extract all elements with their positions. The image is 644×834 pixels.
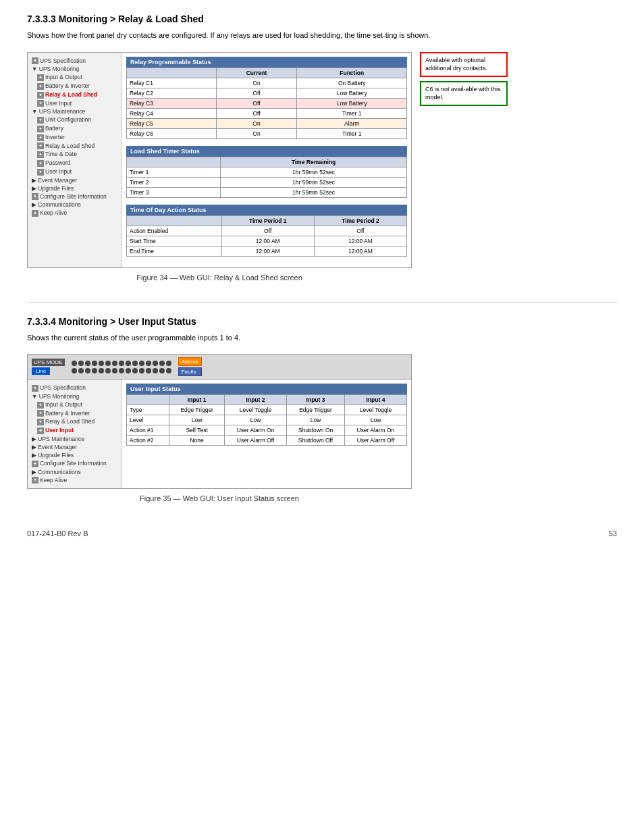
main-content-2: User Input Status Input 1 Input 2 Input … xyxy=(122,380,411,488)
dot xyxy=(119,368,124,373)
sidebar-item[interactable]: ✦Relay & Load Shed xyxy=(30,90,119,99)
sidebar-nav-icon: ✦ xyxy=(32,193,38,200)
ups-mode-label: UPS MODE xyxy=(32,359,65,366)
sidebar-item[interactable]: ✦Inverter xyxy=(30,133,119,142)
ui-v1: Self Test xyxy=(169,425,225,436)
dots-row-1 xyxy=(72,361,171,366)
sidebar-item[interactable]: ▶ Event Manager xyxy=(30,443,119,451)
sidebar-item-label: Relay & Load Shed xyxy=(45,91,97,98)
sidebar-item[interactable]: ✦Keep Alive xyxy=(30,209,119,217)
sidebar-item[interactable]: ✦User Input xyxy=(30,167,119,176)
sidebar-item[interactable]: ▶ Upgrade Files xyxy=(30,184,119,192)
relay-function: Timer 1 xyxy=(297,128,407,138)
sidebar-item[interactable]: ✦Input & Output xyxy=(30,73,119,82)
dot xyxy=(105,361,111,366)
sidebar-item[interactable]: ✦Time & Date xyxy=(30,150,119,159)
sidebar-nav-icon: ✦ xyxy=(37,151,44,158)
sidebar-nav-icon: ✦ xyxy=(37,419,44,425)
sidebar-item[interactable]: ✦User Input xyxy=(30,99,119,108)
dot xyxy=(166,361,171,366)
relay-name: Relay C3 xyxy=(127,98,217,108)
dots-section-top xyxy=(72,361,171,373)
sidebar-1: ✦UPS Specification▼ UPS Monitoring✦Input… xyxy=(28,53,122,267)
sidebar-nav-icon: ✦ xyxy=(37,427,44,434)
annotations: Available with optional additional dry c… xyxy=(420,52,508,106)
gui2-body: ✦UPS Specification▼ UPS Monitoring✦Input… xyxy=(28,380,411,488)
dot xyxy=(92,368,97,373)
sidebar-item-label: Unit Configuration xyxy=(45,116,91,123)
tod-p2: 12:00 AM xyxy=(314,246,406,256)
sidebar-item-label: ▶ UPS Maintenance xyxy=(32,436,84,442)
ui-v3: Shutdown Off xyxy=(287,436,345,446)
alarm-button[interactable]: Alarms xyxy=(178,357,202,366)
sidebar-item[interactable]: ✦User Input xyxy=(30,426,119,435)
relay-col-function: Function xyxy=(297,68,407,78)
sidebar-item[interactable]: ▼ UPS Maintenance xyxy=(30,107,119,115)
sidebar-item[interactable]: ✦Password xyxy=(30,159,119,167)
ups-line-label: Line xyxy=(32,367,50,375)
relay-current: Off xyxy=(216,98,297,108)
sidebar-item-label: ▶ Event Manager xyxy=(32,444,77,450)
table-row: Relay C6 On Timer 1 xyxy=(127,128,407,138)
timer-name: Timer 2 xyxy=(127,177,221,187)
table-row: Relay C3 Off Low Battery xyxy=(127,98,407,108)
table-row: Relay C4 Off Timer 1 xyxy=(127,108,407,118)
sidebar-item[interactable]: ▶ Communications xyxy=(30,201,119,209)
sidebar-item[interactable]: ✦Battery xyxy=(30,124,119,133)
ui-v1: Low xyxy=(169,415,225,425)
sidebar-item[interactable]: ▶ Communications xyxy=(30,468,119,476)
sidebar-item[interactable]: ▶ Upgrade Files xyxy=(30,451,119,459)
sidebar-item[interactable]: ✦Battery & Inverter xyxy=(30,82,119,90)
table-row: Timer 2 1hr 59min 52sec xyxy=(127,177,407,187)
sidebar-nav-icon: ✦ xyxy=(37,83,44,90)
sidebar-item-label: ▶ Upgrade Files xyxy=(32,452,74,459)
sidebar-item-label: User Input xyxy=(45,100,72,107)
sidebar-item[interactable]: ✦Configure Site Information xyxy=(30,459,119,468)
sidebar-item[interactable]: ✦Configure Site Information xyxy=(30,192,119,201)
tod-p1: Off xyxy=(221,226,314,236)
tod-col-p2: Time Period 2 xyxy=(314,215,406,226)
page-footer: 017-241-B0 Rev B 53 xyxy=(27,529,617,538)
relay-name: Relay C4 xyxy=(127,108,217,118)
faults-button[interactable]: Faults xyxy=(178,367,202,376)
sidebar-item[interactable]: ▼ UPS Monitoring xyxy=(30,392,119,400)
timer-remaining: 1hr 59min 52sec xyxy=(220,177,406,187)
sidebar-item[interactable]: ▼ UPS Monitoring xyxy=(30,65,119,73)
relay-current: On xyxy=(216,78,297,88)
relay-function: Alarm xyxy=(297,118,407,128)
relay-name: Relay C6 xyxy=(127,128,217,138)
sidebar-item[interactable]: ✦UPS Specification xyxy=(30,384,119,392)
sidebar-item-label: Keep Alive xyxy=(40,477,67,484)
loadshed-col-name xyxy=(127,157,221,167)
sidebar-item[interactable]: ✦Battery & Inverter xyxy=(30,409,119,418)
ui-col-4: Input 4 xyxy=(344,395,406,405)
table-row: Start Time 12:00 AM 12:00 AM xyxy=(127,236,407,246)
sidebar-item[interactable]: ✦Unit Configuration xyxy=(30,115,119,124)
tod-name: End Time xyxy=(127,246,222,256)
sidebar-item-label: ▶ Communications xyxy=(32,201,81,208)
sidebar-item[interactable]: ▶ Event Manager xyxy=(30,176,119,184)
timer-remaining: 1hr 59min 52sec xyxy=(220,187,406,197)
sidebar-nav-icon: ✦ xyxy=(32,385,38,392)
sidebar-item-label: User Input xyxy=(45,427,74,434)
relay-function: Low Battery xyxy=(297,98,407,108)
sidebar-item[interactable]: ✦Keep Alive xyxy=(30,476,119,485)
table-row: Type Edge Trigger Level Toggle Edge Trig… xyxy=(127,405,407,415)
sidebar-item[interactable]: ✦Relay & Load Shed xyxy=(30,417,119,426)
sidebar-item-label: ▶ Communications xyxy=(32,469,81,475)
sidebar-nav-icon: ✦ xyxy=(32,477,38,484)
sidebar-item[interactable]: ✦UPS Specification xyxy=(30,57,119,66)
sidebar-item-label: Battery & Inverter xyxy=(45,410,90,417)
ui-v1: None xyxy=(169,436,225,446)
sidebar-item[interactable]: ✦Input & Output xyxy=(30,400,119,409)
tod-col-p1: Time Period 1 xyxy=(221,215,314,226)
sidebar-item[interactable]: ✦Relay & Load Shed xyxy=(30,142,119,151)
ui-v3: Edge Trigger xyxy=(287,405,345,415)
sidebar-item-label: Battery xyxy=(45,125,63,132)
dot xyxy=(139,361,144,366)
table-row: Action #2 None User Alarm Off Shutdown O… xyxy=(127,436,407,446)
tod-p2: Off xyxy=(314,226,406,236)
sidebar-item[interactable]: ▶ UPS Maintenance xyxy=(30,435,119,443)
dot xyxy=(146,361,151,366)
timer-name: Timer 1 xyxy=(127,167,221,177)
